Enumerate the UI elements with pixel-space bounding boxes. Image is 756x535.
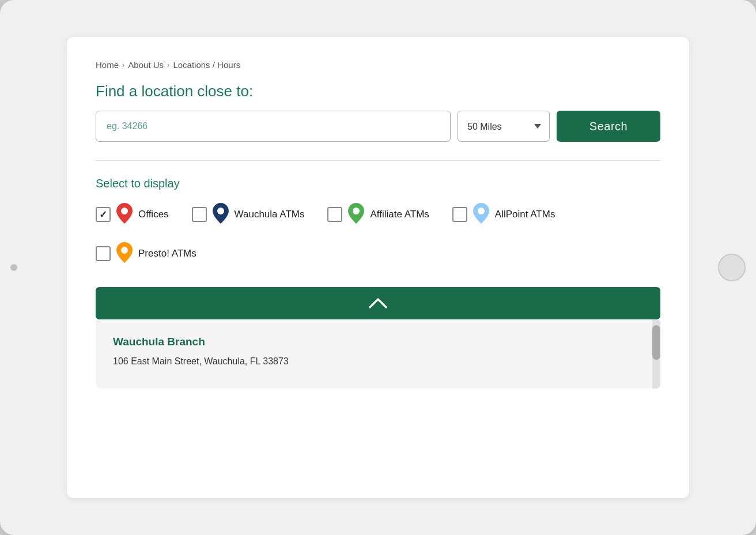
right-circle (718, 254, 746, 281)
allpoint-atms-checkbox[interactable] (452, 207, 467, 222)
miles-select[interactable]: 10 Miles 25 Miles 50 Miles 100 Miles (458, 111, 550, 142)
results-section: Wauchula Branch 106 East Main Street, Wa… (96, 319, 660, 389)
filter-row-2: Presto! ATMs (96, 242, 660, 276)
affiliate-atms-label: Affiliate ATMs (370, 209, 429, 220)
divider (96, 160, 660, 161)
device-frame: Home › About Us › Locations / Hours Find… (0, 0, 756, 535)
allpoint-atms-pin-icon (473, 203, 489, 226)
left-dot (10, 264, 17, 271)
chevron-up-icon (369, 297, 387, 310)
offices-checkbox[interactable] (96, 207, 111, 222)
wauchula-atms-checkbox[interactable] (192, 207, 207, 222)
breadcrumb-sep2: › (167, 61, 169, 69)
offices-pin-icon (116, 203, 133, 226)
svg-point-0 (121, 208, 128, 214)
presto-atms-label: Presto! ATMs (138, 248, 196, 259)
filter-affiliate-atms[interactable]: Affiliate ATMs (327, 203, 429, 226)
branch-name: Wauchula Branch (113, 336, 643, 348)
main-card: Home › About Us › Locations / Hours Find… (67, 37, 689, 498)
collapse-bar[interactable] (96, 287, 660, 319)
presto-atms-checkbox[interactable] (96, 246, 111, 261)
wauchula-atms-label: Wauchula ATMs (235, 209, 305, 220)
svg-point-3 (478, 208, 485, 214)
breadcrumb-home[interactable]: Home (96, 60, 119, 70)
affiliate-atms-checkbox[interactable] (327, 207, 342, 222)
zip-input[interactable] (96, 111, 451, 142)
filter-allpoint-atms[interactable]: AllPoint ATMs (452, 203, 555, 226)
branch-address: 106 East Main Street, Wauchula, FL 33873 (113, 356, 643, 367)
scrollbar-thumb[interactable] (652, 325, 660, 360)
wauchula-atms-pin-icon (213, 203, 229, 226)
presto-atms-pin-icon (116, 242, 133, 265)
scrollbar-track[interactable] (652, 319, 660, 389)
search-button[interactable]: Search (557, 111, 660, 142)
affiliate-atms-pin-icon (348, 203, 364, 226)
filter-row-1: Offices Wauchula ATMs (96, 203, 660, 236)
breadcrumb-sep1: › (122, 61, 124, 69)
breadcrumb-locations: Locations / Hours (173, 60, 240, 70)
find-location-title: Find a location close to: (96, 82, 660, 100)
svg-point-1 (217, 208, 224, 214)
breadcrumb-about[interactable]: About Us (128, 60, 164, 70)
svg-point-2 (353, 208, 360, 214)
select-display-title: Select to display (96, 177, 660, 190)
allpoint-atms-label: AllPoint ATMs (495, 209, 555, 220)
filter-offices[interactable]: Offices (96, 203, 169, 226)
offices-label: Offices (138, 209, 169, 220)
breadcrumb: Home › About Us › Locations / Hours (96, 60, 660, 70)
filter-presto-atms[interactable]: Presto! ATMs (96, 242, 196, 265)
search-row: 10 Miles 25 Miles 50 Miles 100 Miles Sea… (96, 111, 660, 142)
svg-point-4 (121, 247, 128, 254)
filter-wauchula-atms[interactable]: Wauchula ATMs (192, 203, 305, 226)
